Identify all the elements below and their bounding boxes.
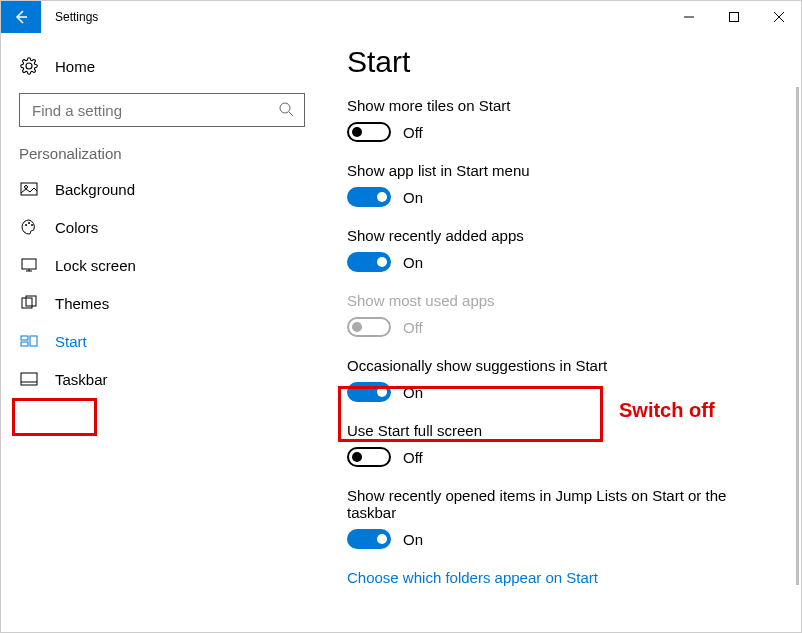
svg-point-8 (25, 224, 27, 226)
search-icon (278, 101, 294, 120)
setting-recently-added: Show recently added apps On (347, 227, 801, 272)
setting-app-list: Show app list in Start menu On (347, 162, 801, 207)
setting-jump-lists: Show recently opened items in Jump Lists… (347, 487, 801, 549)
setting-label: Show app list in Start menu (347, 162, 737, 179)
svg-rect-1 (729, 13, 738, 22)
minimize-icon (684, 12, 694, 22)
home-label: Home (55, 58, 95, 75)
svg-point-9 (28, 222, 30, 224)
setting-more-tiles: Show more tiles on Start Off (347, 97, 801, 142)
scrollbar[interactable] (796, 87, 799, 585)
sidebar-item-themes[interactable]: Themes (1, 284, 321, 322)
svg-point-7 (25, 186, 28, 189)
window-title: Settings (41, 1, 666, 33)
palette-icon (19, 218, 39, 236)
toggle-state-text: On (403, 254, 423, 271)
svg-line-5 (289, 112, 293, 116)
setting-label: Occasionally show suggestions in Start (347, 357, 737, 374)
sidebar-item-label: Lock screen (55, 257, 136, 274)
themes-icon (19, 294, 39, 312)
sidebar-item-label: Colors (55, 219, 98, 236)
sidebar-item-start[interactable]: Start (1, 322, 321, 360)
toggle-state-text: Off (403, 124, 423, 141)
toggle-most-used (347, 317, 391, 337)
toggle-recently-added[interactable] (347, 252, 391, 272)
toggle-suggestions[interactable] (347, 382, 391, 402)
search-input[interactable] (30, 101, 278, 120)
sidebar-item-background[interactable]: Background (1, 170, 321, 208)
toggle-state-text: On (403, 384, 423, 401)
svg-point-4 (280, 103, 290, 113)
svg-rect-16 (21, 336, 28, 340)
search-box[interactable] (19, 93, 305, 127)
toggle-state-text: On (403, 189, 423, 206)
sidebar-item-lock-screen[interactable]: Lock screen (1, 246, 321, 284)
setting-label: Show more tiles on Start (347, 97, 737, 114)
choose-folders-link[interactable]: Choose which folders appear on Start (347, 569, 801, 586)
svg-rect-18 (30, 336, 37, 346)
svg-point-10 (31, 224, 33, 226)
titlebar: Settings (1, 1, 801, 33)
toggle-state-text: Off (403, 319, 423, 336)
setting-most-used: Show most used apps Off (347, 292, 801, 337)
section-label: Personalization (1, 145, 321, 170)
lock-screen-icon (19, 256, 39, 274)
setting-label: Show recently opened items in Jump Lists… (347, 487, 737, 521)
setting-suggestions: Occasionally show suggestions in Start O… (347, 357, 801, 402)
sidebar-item-label: Background (55, 181, 135, 198)
toggle-more-tiles[interactable] (347, 122, 391, 142)
back-button[interactable] (1, 1, 41, 33)
setting-full-screen: Use Start full screen Off (347, 422, 801, 467)
svg-rect-19 (21, 373, 37, 385)
start-icon (19, 332, 39, 350)
toggle-full-screen[interactable] (347, 447, 391, 467)
minimize-button[interactable] (666, 1, 711, 33)
window-controls (666, 1, 801, 33)
setting-label: Use Start full screen (347, 422, 737, 439)
toggle-state-text: Off (403, 449, 423, 466)
close-button[interactable] (756, 1, 801, 33)
svg-rect-11 (22, 259, 36, 269)
page-title: Start (347, 45, 801, 79)
sidebar-item-label: Taskbar (55, 371, 108, 388)
setting-label: Show recently added apps (347, 227, 737, 244)
back-arrow-icon (13, 9, 29, 25)
sidebar: Home Personalization Background Colors (1, 33, 321, 632)
toggle-jump-lists[interactable] (347, 529, 391, 549)
sidebar-item-label: Themes (55, 295, 109, 312)
sidebar-item-taskbar[interactable]: Taskbar (1, 360, 321, 398)
home-nav[interactable]: Home (1, 53, 321, 89)
picture-icon (19, 180, 39, 198)
taskbar-icon (19, 370, 39, 388)
toggle-state-text: On (403, 531, 423, 548)
sidebar-item-colors[interactable]: Colors (1, 208, 321, 246)
gear-icon (19, 57, 39, 75)
close-icon (774, 12, 784, 22)
toggle-app-list[interactable] (347, 187, 391, 207)
maximize-button[interactable] (711, 1, 756, 33)
setting-label: Show most used apps (347, 292, 737, 309)
maximize-icon (729, 12, 739, 22)
svg-rect-17 (21, 342, 28, 346)
sidebar-item-label: Start (55, 333, 87, 350)
content-area: Start Show more tiles on Start Off Show … (321, 33, 801, 632)
